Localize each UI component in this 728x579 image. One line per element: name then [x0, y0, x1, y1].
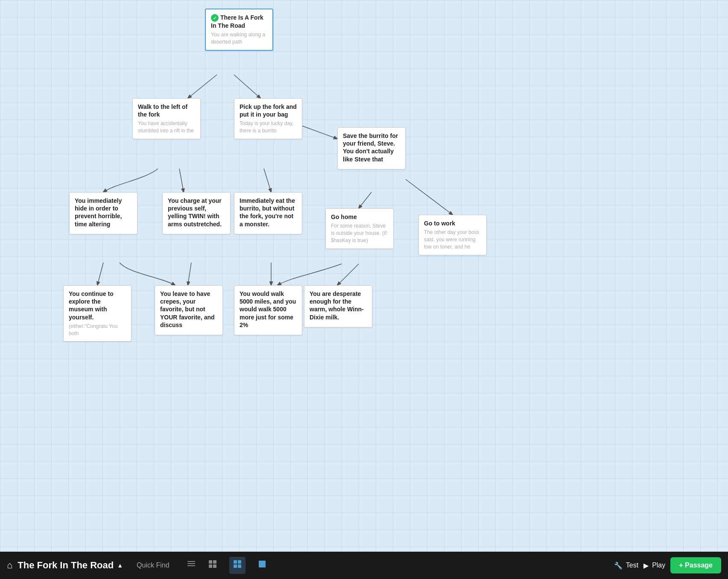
node-title: You are desperate enough for the warm, w…: [310, 290, 367, 321]
toolbar: ⌂ The Fork In The Road ▲ Quick Find: [0, 552, 728, 579]
story-title: The Fork In The Road: [18, 560, 114, 571]
svg-rect-11: [238, 564, 241, 568]
node-title: You would walk 5000 miles, and you would…: [240, 290, 297, 329]
svg-rect-6: [209, 564, 212, 568]
node-title: ✓There Is A Fork In The Road: [211, 14, 267, 29]
node-title: Go home: [331, 213, 388, 221]
svg-rect-9: [238, 560, 241, 564]
node-body: You are walking along a deserted path: [211, 31, 267, 46]
svg-rect-10: [234, 564, 237, 568]
play-icon: ▶: [643, 561, 649, 570]
node-title: Go to work: [424, 219, 481, 227]
toolbar-right: 🔧 Test ▶ Play + Passage: [614, 557, 721, 573]
passage-node-start[interactable]: ✓There Is A Fork In The Road You are wal…: [205, 9, 273, 51]
svg-rect-12: [259, 561, 266, 567]
passage-node-pick-fork[interactable]: Pick up the fork and put it in your bag …: [234, 98, 302, 139]
passage-node-desperate[interactable]: You are desperate enough for the warm, w…: [304, 285, 372, 328]
storymap-view-icon[interactable]: [229, 557, 246, 574]
home-icon[interactable]: ⌂: [7, 560, 12, 571]
node-body: The other day your boss said, you were r…: [424, 229, 481, 250]
passage-node-go-work[interactable]: Go to work The other day your boss said,…: [418, 215, 487, 255]
passage-node-explore[interactable]: You continue to explore the museum with …: [63, 285, 132, 342]
add-passage-button[interactable]: + Passage: [670, 557, 721, 573]
node-body: For some reason, Steve is outside your h…: [331, 222, 388, 244]
passage-node-save-burrito[interactable]: Save the burrito for your friend, Steve.…: [337, 127, 406, 170]
square-icon[interactable]: [257, 559, 267, 571]
node-body: You have accidentally stumbled into a ri…: [138, 120, 195, 135]
start-badge: ✓: [211, 14, 219, 22]
svg-rect-2: [187, 563, 195, 564]
node-title: Walk to the left of the fork: [138, 103, 195, 118]
node-title: You charge at your previous self, yellin…: [168, 197, 225, 228]
node-title: You immediately hide in order to prevent…: [75, 197, 132, 228]
passage-node-charge[interactable]: You charge at your previous self, yellin…: [162, 192, 231, 234]
node-title: Save the burrito for your friend, Steve.…: [343, 132, 400, 163]
test-icon: 🔧: [614, 561, 623, 570]
svg-rect-5: [213, 560, 216, 564]
passage-node-crepes[interactable]: You leave to have crepes, your favorite,…: [155, 285, 223, 335]
node-body: Today is your lucky day, there is a burr…: [240, 120, 297, 135]
node-title: You leave to have crepes, your favorite,…: [160, 290, 217, 329]
svg-rect-1: [187, 561, 195, 562]
arrows-overlay: [0, 0, 728, 552]
title-caret[interactable]: ▲: [117, 562, 123, 569]
list-view-icon[interactable]: [187, 559, 196, 571]
node-title: Immediately eat the burrito, but without…: [240, 197, 297, 228]
story-canvas: ✓There Is A Fork In The Road You are wal…: [0, 0, 728, 552]
play-button[interactable]: ▶ Play: [643, 561, 665, 570]
passage-node-left-fork[interactable]: Walk to the left of the fork You have ac…: [132, 98, 201, 139]
test-button[interactable]: 🔧 Test: [614, 561, 638, 570]
passage-node-hide[interactable]: You immediately hide in order to prevent…: [69, 192, 137, 234]
node-body: (either:"Congratu You both: [69, 323, 126, 337]
passage-node-walk5000[interactable]: You would walk 5000 miles, and you would…: [234, 285, 302, 335]
node-title: Pick up the fork and put it in your bag: [240, 103, 297, 118]
grid-view-icon[interactable]: [208, 559, 217, 571]
svg-rect-4: [209, 560, 212, 564]
passage-node-eat-burrito[interactable]: Immediately eat the burrito, but without…: [234, 192, 302, 234]
svg-rect-7: [213, 564, 216, 568]
passage-node-go-home[interactable]: Go home For some reason, Steve is outsid…: [325, 208, 394, 249]
node-title: You continue to explore the museum with …: [69, 290, 126, 321]
svg-rect-3: [187, 565, 195, 566]
view-icons: [187, 557, 267, 574]
quickfind-button[interactable]: Quick Find: [137, 561, 169, 569]
svg-rect-8: [234, 560, 237, 564]
